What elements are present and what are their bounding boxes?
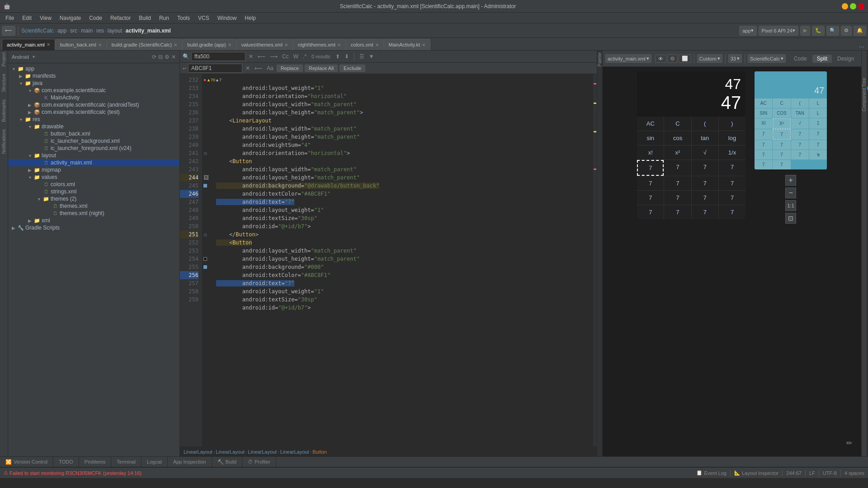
menu-tools[interactable]: Tools bbox=[174, 14, 193, 22]
menu-help[interactable]: Help bbox=[241, 14, 259, 22]
next-occurrence-button[interactable]: ⬇ bbox=[343, 53, 350, 60]
tree-item-gradle[interactable]: ▶ 🔧 Gradle Scripts bbox=[8, 224, 179, 231]
tab-build-gradle-scientifc[interactable]: build.gradle (ScientificCalc) ✕ bbox=[107, 39, 182, 50]
calc-btn-7-4[interactable]: 7 bbox=[637, 176, 664, 190]
notifications-button[interactable]: 🔔 bbox=[854, 26, 866, 36]
breadcrumb-4[interactable]: Button bbox=[312, 449, 327, 455]
mini-btn-7-2[interactable]: 7 bbox=[791, 129, 809, 140]
file-dropdown[interactable]: activity_main.xml ▾ bbox=[605, 54, 651, 63]
calc-btn-7-5[interactable]: 7 bbox=[664, 176, 691, 190]
match-case-replace-button[interactable]: Aa bbox=[265, 65, 275, 72]
mini-btn-rp[interactable]: L bbox=[809, 99, 827, 108]
path-app[interactable]: app bbox=[57, 28, 66, 34]
calc-btn-ac[interactable]: AC bbox=[637, 117, 664, 131]
fit-screen-button[interactable]: ⊡ bbox=[785, 213, 796, 224]
menu-edit[interactable]: Edit bbox=[19, 14, 35, 22]
mini-btn-sin[interactable]: SIN bbox=[755, 108, 772, 118]
filter-button[interactable]: ☰ bbox=[358, 53, 366, 60]
calc-btn-7-6[interactable]: 7 bbox=[692, 176, 718, 190]
code-content[interactable]: android:layout_weight="1" android:orient… bbox=[212, 74, 593, 446]
path-file[interactable]: activity_main.xml bbox=[126, 28, 171, 34]
indent-setting[interactable]: 4 spaces bbox=[844, 470, 864, 476]
mini-btn-7-1[interactable]: 7 bbox=[773, 129, 790, 140]
debug-button[interactable]: 🐛 bbox=[812, 26, 825, 36]
mini-btn-x2[interactable]: X² bbox=[773, 118, 790, 129]
close-button[interactable] bbox=[858, 3, 864, 9]
tree-item-androidtest[interactable]: ▶ 📦 com.example.scientificcalc (androidT… bbox=[8, 101, 179, 108]
clear-search-button[interactable]: ✕ bbox=[247, 53, 255, 60]
tab-night-themes[interactable]: night\themes.xml ✕ bbox=[293, 39, 346, 50]
calc-btn-7-8[interactable]: 7 bbox=[637, 191, 664, 205]
regex-button[interactable]: .* bbox=[302, 53, 308, 60]
mini-btn-ac[interactable]: AC bbox=[755, 99, 772, 108]
tab-close-values-themes[interactable]: ✕ bbox=[284, 42, 288, 47]
mini-btn-7-9[interactable]: 7 bbox=[773, 150, 790, 160]
tab-close-activity-main[interactable]: ✕ bbox=[47, 42, 50, 47]
calc-btn-7-2[interactable]: 7 bbox=[692, 160, 718, 176]
split-tab[interactable]: Split bbox=[812, 55, 832, 63]
tree-item-ic-launcher-bg[interactable]: 🗒 ic_launcher_background.xml bbox=[8, 137, 179, 145]
prev-occurrence-button[interactable]: ⬆ bbox=[334, 53, 341, 60]
tab-values-themes[interactable]: values\themes.xml ✕ bbox=[236, 39, 293, 50]
path-main[interactable]: main bbox=[81, 28, 93, 34]
code-tab[interactable]: Code bbox=[789, 55, 811, 63]
calc-btn-7-14[interactable]: 7 bbox=[692, 205, 718, 219]
line-ending[interactable]: LF bbox=[809, 470, 815, 476]
tab-more[interactable]: ⋯ bbox=[855, 44, 868, 50]
calc-btn-sqrt[interactable]: √ bbox=[692, 145, 718, 160]
mini-btn-7-7[interactable]: 7 bbox=[809, 140, 827, 150]
mini-btn-log[interactable]: L bbox=[809, 108, 827, 118]
bookmarks-strip-label[interactable]: Bookmarks bbox=[1, 99, 6, 122]
run-button[interactable]: ▶ bbox=[800, 26, 810, 36]
collapse-icon[interactable]: ⊟ bbox=[158, 54, 163, 60]
view-toggle-2[interactable]: ⊙ bbox=[667, 54, 678, 63]
minimize-button[interactable] bbox=[842, 3, 848, 9]
mini-btn-c[interactable]: C bbox=[773, 99, 790, 108]
mini-btn-cursor[interactable]: 🖱 bbox=[809, 150, 827, 160]
tab-version-control[interactable]: 🔀 Version Control bbox=[0, 457, 53, 467]
app-dropdown[interactable]: ScientificCalc ▾ bbox=[748, 54, 786, 63]
view-toggle-1[interactable]: 👁 bbox=[655, 55, 666, 63]
menu-window[interactable]: Window bbox=[214, 14, 241, 22]
tree-item-colors[interactable]: 🗒 colors.xml bbox=[8, 181, 179, 188]
match-case-button[interactable]: Cc bbox=[281, 53, 290, 60]
tree-item-themes-xml[interactable]: 🗒 themes.xml bbox=[8, 202, 179, 210]
mini-btn-7-5[interactable]: 7 bbox=[773, 140, 790, 150]
calc-btn-7-10[interactable]: 7 bbox=[692, 191, 718, 205]
mini-btn-7-8[interactable]: 7 bbox=[755, 150, 772, 160]
zoom-dropdown[interactable]: Custom ▾ bbox=[697, 54, 722, 63]
replace-button[interactable]: Replace bbox=[277, 65, 303, 72]
zoom-reset-button[interactable]: 1:1 bbox=[785, 200, 796, 211]
tab-close-night-themes[interactable]: ✕ bbox=[337, 42, 341, 47]
tree-item-button-back[interactable]: 🗒 button_back.xml bbox=[8, 130, 179, 137]
tab-close-build-gradle-a[interactable]: ✕ bbox=[228, 42, 231, 47]
tab-logcat[interactable]: Logcat bbox=[142, 457, 168, 467]
toolbar-undo[interactable]: ⟵ bbox=[2, 26, 15, 36]
run-config-dropdown[interactable]: app ▾ bbox=[739, 26, 756, 36]
mini-btn-lp[interactable]: ( bbox=[791, 99, 809, 108]
tree-item-themes-folder[interactable]: ▾ 📁 themes (2) bbox=[8, 195, 179, 202]
zoom-out-button[interactable]: − bbox=[785, 188, 796, 198]
tree-item-test[interactable]: ▶ 📦 com.example.scientificcalc (test) bbox=[8, 108, 179, 116]
tree-item-ic-launcher-fg[interactable]: 🗒 ic_launcher_foreground.xml (v24) bbox=[8, 145, 179, 152]
mini-btn-xi[interactable]: XI bbox=[755, 118, 772, 129]
design-tab[interactable]: Design bbox=[833, 55, 859, 63]
calc-btn-rp[interactable]: ) bbox=[719, 117, 745, 131]
tab-close-build-gradle-s[interactable]: ✕ bbox=[174, 42, 177, 47]
whole-word-button[interactable]: W bbox=[292, 53, 300, 60]
tree-item-package[interactable]: ▾ 📦 com.example.scientificcalc bbox=[8, 87, 179, 94]
filter-options-button[interactable]: ▼ bbox=[368, 53, 376, 60]
mini-btn-7-10[interactable]: 7 bbox=[791, 150, 809, 160]
prev-result-button[interactable]: ⟵ bbox=[256, 53, 267, 60]
tree-item-mainactivity[interactable]: K MainActivity bbox=[8, 94, 179, 101]
mini-btn-7-12[interactable]: 7 bbox=[773, 160, 790, 169]
breadcrumb-0[interactable]: LinearLayout bbox=[184, 449, 212, 455]
mini-btn-7-11[interactable]: 7 bbox=[755, 160, 772, 169]
search-everywhere[interactable]: 🔍 bbox=[826, 26, 839, 36]
calc-btn-tan[interactable]: tan bbox=[692, 131, 718, 145]
replace-all-button[interactable]: Replace All bbox=[305, 65, 338, 72]
replace-input[interactable] bbox=[188, 64, 242, 73]
path-src[interactable]: src bbox=[70, 28, 77, 34]
settings-icon[interactable]: ⚙ bbox=[165, 54, 170, 60]
calc-btn-sin[interactable]: sin bbox=[637, 131, 664, 145]
